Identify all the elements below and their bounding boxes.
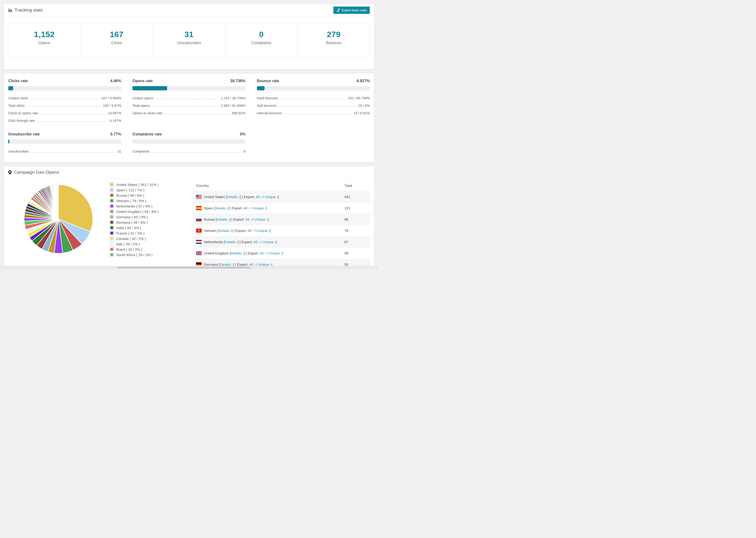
rate-title: Clicks rate <box>8 79 28 83</box>
legend-label: France ( 42 / 2% ) <box>116 231 144 235</box>
export-unique-link[interactable]: Unique › <box>262 240 276 244</box>
rate-detail-row: Clicks to opens rate14.497% <box>8 109 121 117</box>
export-label: Export: <box>241 240 253 244</box>
export-all-link[interactable]: All › <box>243 206 249 210</box>
dotted-leader <box>31 152 115 153</box>
legend-label: Vietnam ( 79 / 5% ) <box>116 199 146 203</box>
rate-detail-row: Total opens2,303 / 61.446% <box>133 102 245 109</box>
link-separator: / <box>262 195 265 199</box>
rate-title: Unsubscribe rate <box>8 132 40 136</box>
nl-flag-icon <box>196 240 202 244</box>
stat-cell: 279Bounces <box>297 24 370 56</box>
bracket: ] <box>282 251 283 255</box>
rate-detail-rows: Unique clicks167 / 4.456%Total clicks220… <box>8 94 121 125</box>
details-link[interactable]: Details › <box>215 206 228 210</box>
legend-swatch-color <box>110 188 113 191</box>
details-link[interactable]: Details › <box>231 251 244 255</box>
rate-progress-bar <box>8 139 121 144</box>
rate-detail-label: Opens to clicks rate <box>133 111 162 115</box>
legend-item: Brazil ( 33 / 2% ) <box>110 247 194 251</box>
rate-percent: 6.927% <box>357 79 370 83</box>
column-header-total: Total <box>342 180 370 191</box>
country-cell: Vietnam [Details ›] [ Export: All › / Un… <box>194 225 342 237</box>
rate-block: Complaints rate0%Complaints0 <box>133 132 245 155</box>
campaign-geo-opens-card: Campaign Geo Opens United States ( 541 /… <box>4 166 374 269</box>
rate-detail-value: 31 <box>117 149 121 153</box>
export-unique-link[interactable]: Unique › <box>253 206 266 210</box>
stat-label: Clicks <box>81 41 153 45</box>
rate-detail-row: Opens to clicks rate689.82% <box>133 109 245 117</box>
rate-detail-label: Total clicks <box>8 104 25 108</box>
geo-table-wrap: Country Total United States [Details ›] … <box>194 180 370 269</box>
stat-label: Bounces <box>298 41 370 45</box>
rate-title: Opens rate <box>133 79 153 83</box>
legend-label: India ( 46 / 3% ) <box>116 226 141 230</box>
rate-detail-value: 4.147% <box>110 119 121 123</box>
total-cell: 79 <box>342 225 370 237</box>
legend-label: Germany ( 55 / 3% ) <box>116 215 148 219</box>
table-row: United Kingdom [Details ›] [ Export: All… <box>194 248 370 259</box>
bracket: ] [ <box>240 195 243 199</box>
horizontal-scrollbar-thumb[interactable] <box>117 267 250 269</box>
export-all-link[interactable]: All › <box>260 251 266 255</box>
stat-label: Opens <box>8 41 80 45</box>
export-basic-stats-button[interactable]: Export basic stats <box>333 7 370 14</box>
rate-detail-row: Internal bounces19 / 6.81% <box>257 109 370 117</box>
export-unique-link[interactable]: Unique › <box>256 229 270 233</box>
tracking-stats-title-text: Tracking stats <box>15 8 43 13</box>
dotted-leader <box>37 121 108 122</box>
legend-label: Netherlands ( 67 / 4% ) <box>116 204 152 208</box>
rate-detail-value: 167 / 4.456% <box>101 96 121 100</box>
legend-label: United Kingdom ( 59 / 3% ) <box>116 210 158 214</box>
export-all-link[interactable]: All › <box>247 229 253 233</box>
legend-label: Romania ( 49 / 3% ) <box>116 220 147 224</box>
legend-swatch-color <box>110 205 113 207</box>
legend-swatch-color <box>110 226 113 229</box>
legend-swatch-color <box>110 237 113 240</box>
rate-detail-row: Unique clicks167 / 4.456% <box>8 94 121 102</box>
stats-summary-row: 1,152Opens167Clicks31Unsubscribes0Compla… <box>8 23 370 57</box>
legend-swatch-color <box>110 199 113 202</box>
geo-opens-pie-chart <box>22 183 95 255</box>
link-separator: / <box>249 206 253 210</box>
export-label: Export: <box>231 206 243 210</box>
rate-detail-label: Click through rate <box>8 119 35 123</box>
export-unique-link[interactable]: Unique › <box>269 251 282 255</box>
details-link[interactable]: Details › <box>227 195 240 199</box>
total-cell: 67 <box>342 237 370 248</box>
rate-detail-rows: Complaints0 <box>133 148 245 155</box>
legend-label: Spain ( 121 / 7% ) <box>116 188 144 192</box>
legend-item: France ( 42 / 2% ) <box>110 231 194 235</box>
export-all-link[interactable]: All › <box>245 217 251 221</box>
export-label: Export: <box>247 251 260 255</box>
dotted-leader <box>40 114 106 114</box>
legend-label: Russia ( 86 / 5% ) <box>116 193 144 197</box>
export-all-link[interactable]: All › <box>253 240 260 244</box>
export-unique-link[interactable]: Unique › <box>265 195 278 199</box>
legend-swatch <box>110 252 114 257</box>
table-row: Russia [Details ›] [ Export: All › / Uni… <box>194 214 370 225</box>
legend-item: South Africa ( 29 / 2% ) <box>110 252 194 257</box>
dotted-leader <box>27 106 101 107</box>
rate-percent: 0% <box>240 132 245 136</box>
export-unique-link[interactable]: Unique › <box>254 217 268 221</box>
country-name: United States <box>204 195 226 199</box>
link-separator: / <box>266 251 269 255</box>
rate-title: Bounce rate <box>257 79 279 83</box>
rate-detail-row: Click through rate4.147% <box>8 117 121 125</box>
bracket: ] [ <box>232 229 235 233</box>
details-link[interactable]: Details › <box>225 240 238 244</box>
details-link[interactable]: Details › <box>216 217 229 221</box>
rate-percent: 4.46% <box>110 79 121 83</box>
legend-swatch <box>110 220 114 224</box>
legend-swatch <box>110 204 114 208</box>
export-all-link[interactable]: All › <box>256 195 262 199</box>
ru-flag-icon <box>196 217 202 221</box>
country-cell: United States [Details ›] [ Export: All … <box>194 191 342 202</box>
rate-detail-label: Unique clicks <box>8 96 28 100</box>
horizontal-scrollbar-track[interactable] <box>0 266 378 269</box>
rate-detail-rows: Unsubscribes31 <box>8 148 121 155</box>
legend-item: Canada ( 40 / 2% ) <box>110 237 194 241</box>
details-link[interactable]: Details › <box>219 229 232 233</box>
legend-swatch <box>110 198 114 203</box>
